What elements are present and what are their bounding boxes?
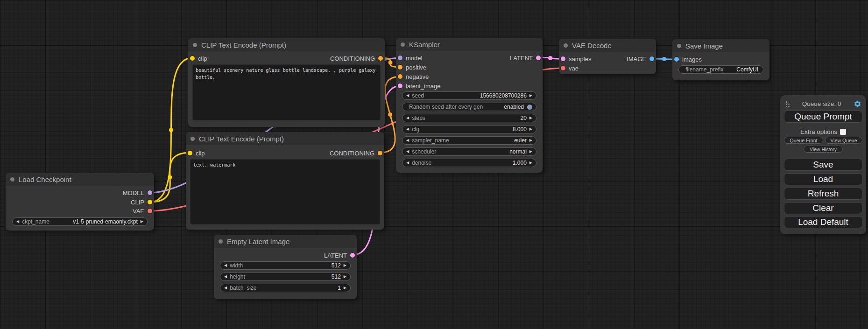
widget-label: batch_size	[230, 285, 256, 291]
load-button[interactable]: Load	[784, 173, 862, 185]
node-empty-latent-image[interactable]: Empty Latent Image LATENT ◀ width 512 ▶ …	[214, 235, 357, 299]
vae-input-pin[interactable]	[561, 66, 565, 70]
widget-label: filename_prefix	[685, 66, 723, 73]
model-output-pin[interactable]	[148, 190, 152, 195]
denoise-widget[interactable]: ◀ denoise 1.000 ▶	[402, 159, 536, 167]
increment-arrow-icon[interactable]: ▶	[529, 116, 532, 120]
sampler-name-widget[interactable]: ◀ sampler_name euler ▶	[402, 136, 536, 145]
node-clip-text-encode-negative[interactable]: CLIP Text Encode (Prompt) clip CONDITION…	[186, 132, 384, 230]
collapse-dot-icon[interactable]	[564, 43, 568, 48]
queue-panel-header: Queue size: 0	[785, 99, 861, 108]
output-label: CONDITIONING	[330, 55, 375, 62]
drag-handle-icon[interactable]	[785, 100, 790, 107]
collapse-dot-icon[interactable]	[677, 44, 681, 48]
latent-output-pin[interactable]	[350, 253, 355, 258]
input-label: images	[682, 56, 702, 63]
random-seed-widget[interactable]: Random seed after every gen enabled	[402, 103, 536, 111]
input-label: negative	[406, 73, 429, 80]
output-label: LATENT	[510, 55, 533, 62]
clip-input-pin[interactable]	[188, 151, 192, 155]
model-input-pin[interactable]	[398, 56, 402, 60]
node-title: Load Checkpoint	[19, 175, 71, 183]
widget-value: 1.000	[513, 160, 529, 166]
decrement-arrow-icon[interactable]: ◀	[16, 220, 19, 224]
node-title-bar: Empty Latent Image	[214, 235, 357, 248]
node-title: CLIP Text Encode (Prompt)	[199, 135, 284, 143]
collapse-dot-icon[interactable]	[191, 137, 195, 141]
image-output-pin[interactable]	[649, 56, 654, 61]
widget-value: 1	[338, 285, 344, 291]
load-default-button[interactable]: Load Default	[784, 216, 862, 228]
clear-button[interactable]: Clear	[784, 202, 862, 214]
node-title-bar: VAE Decode	[559, 39, 656, 52]
decrement-arrow-icon[interactable]: ◀	[406, 139, 409, 142]
batch-size-widget[interactable]: ◀ batch_size 1 ▶	[220, 284, 351, 292]
samples-input-pin[interactable]	[561, 56, 565, 61]
node-vae-decode[interactable]: VAE Decode samples vae IMAGE	[559, 39, 656, 74]
conditioning-output-pin[interactable]	[378, 151, 382, 155]
decrement-arrow-icon[interactable]: ◀	[224, 275, 227, 279]
collapse-dot-icon[interactable]	[193, 43, 197, 47]
extra-options-row: Extra options	[780, 128, 866, 135]
view-queue-button[interactable]: View Queue	[825, 137, 862, 144]
decrement-arrow-icon[interactable]: ◀	[224, 286, 227, 290]
collapse-dot-icon[interactable]	[401, 42, 405, 47]
widget-label: steps	[412, 115, 425, 121]
filename-prefix-widget[interactable]: filename_prefix ComfyUI	[678, 65, 763, 74]
node-clip-text-encode-positive[interactable]: CLIP Text Encode (Prompt) clip CONDITION…	[188, 38, 385, 127]
collapse-dot-icon[interactable]	[10, 177, 14, 182]
queue-prompt-button[interactable]: Queue Prompt	[784, 111, 862, 123]
increment-arrow-icon[interactable]: ▶	[529, 150, 532, 154]
extra-options-checkbox[interactable]	[840, 129, 846, 135]
widget-value: ComfyUI	[736, 66, 759, 73]
latent-output-pin[interactable]	[536, 56, 541, 60]
negative-input-pin[interactable]	[398, 74, 402, 79]
node-save-image[interactable]: Save Image images filename_prefix ComfyU…	[672, 39, 769, 80]
images-input-pin[interactable]	[674, 57, 679, 62]
positive-input-pin[interactable]	[398, 65, 402, 70]
decrement-arrow-icon[interactable]: ◀	[406, 150, 409, 154]
steps-widget[interactable]: ◀ steps 20 ▶	[402, 114, 536, 122]
increment-arrow-icon[interactable]: ▶	[529, 94, 532, 98]
increment-arrow-icon[interactable]: ▶	[141, 220, 143, 224]
save-button[interactable]: Save	[784, 159, 862, 171]
prompt-textarea[interactable]: text, watermark	[190, 159, 380, 224]
conditioning-output-pin[interactable]	[378, 56, 383, 61]
node-ksampler[interactable]: KSampler model positive negative latent_…	[396, 38, 543, 173]
queue-front-button[interactable]: Queue Front	[784, 137, 823, 144]
vae-output-pin[interactable]	[148, 209, 152, 213]
widget-label: ckpt_name	[22, 218, 49, 225]
seed-widget[interactable]: ◀ seed 156680208700286 ▶	[402, 91, 536, 100]
clip-input-pin[interactable]	[190, 56, 195, 61]
increment-arrow-icon[interactable]: ▶	[344, 264, 346, 267]
increment-arrow-icon[interactable]: ▶	[529, 139, 532, 142]
clip-output-pin[interactable]	[148, 200, 152, 204]
increment-arrow-icon[interactable]: ▶	[529, 127, 532, 131]
refresh-button[interactable]: Refresh	[784, 188, 862, 200]
decrement-arrow-icon[interactable]: ◀	[224, 264, 227, 267]
settings-gear-icon[interactable]	[854, 100, 861, 108]
comfyui-canvas[interactable]: { "colors": { "model": "#B39DDB", "clip"…	[0, 0, 868, 329]
widget-value: normal	[509, 148, 529, 155]
node-title: VAE Decode	[572, 42, 612, 49]
decrement-arrow-icon[interactable]: ◀	[406, 94, 409, 98]
latent-image-input-pin[interactable]	[398, 84, 402, 88]
scheduler-widget[interactable]: ◀ scheduler normal ▶	[402, 147, 536, 156]
height-widget[interactable]: ◀ height 512 ▶	[220, 273, 351, 281]
view-history-button[interactable]: View History	[804, 146, 843, 153]
node-title: CLIP Text Encode (Prompt)	[201, 41, 286, 49]
increment-arrow-icon[interactable]: ▶	[344, 275, 346, 279]
cfg-widget[interactable]: ◀ cfg 8.000 ▶	[402, 125, 536, 133]
output-label: CLIP	[131, 199, 144, 206]
ckpt-name-widget[interactable]: ◀ ckpt_name v1-5-pruned-emaonly.ckpt ▶	[12, 217, 148, 226]
node-load-checkpoint[interactable]: Load Checkpoint MODEL CLIP VAE ◀ ckpt_na…	[6, 173, 154, 231]
width-widget[interactable]: ◀ width 512 ▶	[220, 261, 351, 270]
decrement-arrow-icon[interactable]: ◀	[406, 161, 409, 165]
increment-arrow-icon[interactable]: ▶	[344, 286, 346, 290]
collapse-dot-icon[interactable]	[219, 239, 223, 244]
decrement-arrow-icon[interactable]: ◀	[406, 116, 409, 120]
prompt-textarea[interactable]: beautiful scenery nature glass bottle la…	[192, 64, 381, 120]
decrement-arrow-icon[interactable]: ◀	[406, 127, 409, 131]
increment-arrow-icon[interactable]: ▶	[529, 161, 532, 165]
toggle-icon[interactable]	[527, 105, 532, 110]
